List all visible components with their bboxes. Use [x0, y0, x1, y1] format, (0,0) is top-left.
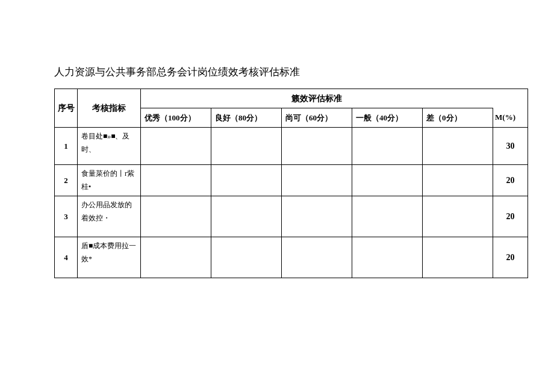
header-sequence: 序号 — [55, 89, 78, 128]
row-seq: 3 — [55, 196, 78, 237]
header-weight-blank — [493, 89, 528, 108]
row-weight: 20 — [493, 165, 528, 196]
table-row: 1 卷目处■»■、及时、 30 — [55, 128, 528, 165]
header-rating-group: 籁效评估标准 — [141, 89, 493, 108]
header-average: 一般（40分） — [352, 108, 423, 128]
row-fair — [282, 196, 352, 237]
row-excellent — [141, 128, 211, 165]
page-title: 人力资源与公共事务部总务会计岗位绩效考核评估标准 — [54, 65, 500, 79]
row-seq: 1 — [55, 128, 78, 165]
row-indicator: 盾■成本费用拉一效* — [78, 237, 141, 278]
row-average — [352, 128, 423, 165]
row-fair — [282, 237, 352, 278]
row-poor — [423, 237, 493, 278]
row-seq: 4 — [55, 237, 78, 278]
row-excellent — [141, 237, 211, 278]
table-row: 3 办公用品发放的着效控・ 20 — [55, 196, 528, 237]
row-excellent — [141, 196, 211, 237]
header-indicator: 考核指标 — [78, 89, 141, 128]
row-indicator: 办公用品发放的着效控・ — [78, 196, 141, 237]
row-good — [211, 128, 282, 165]
header-fair: 尚可（60分） — [282, 108, 352, 128]
row-indicator: 食量菜价的丨r紫桂• — [78, 165, 141, 196]
table-row: 4 盾■成本费用拉一效* 20 — [55, 237, 528, 278]
row-weight: 20 — [493, 237, 528, 278]
header-good: 良好（80分） — [211, 108, 282, 128]
row-poor — [423, 165, 493, 196]
row-fair — [282, 165, 352, 196]
row-excellent — [141, 165, 211, 196]
row-fair — [282, 128, 352, 165]
row-average — [352, 237, 423, 278]
row-weight: 20 — [493, 196, 528, 237]
row-poor — [423, 128, 493, 165]
row-average — [352, 165, 423, 196]
row-good — [211, 237, 282, 278]
header-poor: 差（0分） — [423, 108, 493, 128]
row-weight: 30 — [493, 128, 528, 165]
row-poor — [423, 196, 493, 237]
row-seq: 2 — [55, 165, 78, 196]
row-good — [211, 165, 282, 196]
row-indicator: 卷目处■»■、及时、 — [78, 128, 141, 165]
row-average — [352, 196, 423, 237]
header-excellent: 优秀（100分） — [141, 108, 211, 128]
row-good — [211, 196, 282, 237]
header-weight: M(%) — [493, 108, 528, 128]
table-row: 2 食量菜价的丨r紫桂• 20 — [55, 165, 528, 196]
evaluation-table: 序号 考核指标 籁效评估标准 优秀（100分） 良好（80分） 尚可（60分） … — [54, 89, 528, 278]
